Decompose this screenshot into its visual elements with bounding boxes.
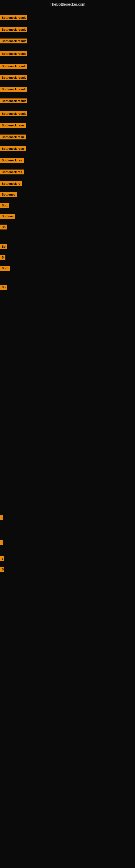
bottleneck-result-21: Bottl [0,266,10,272]
bottleneck-badge-25: e [0,556,4,561]
bottleneck-badge-17: Bottlene [0,214,15,219]
bottleneck-badge-24: | [0,540,3,545]
bottleneck-result-15: Bottlenec [0,192,17,198]
bottleneck-badge-12: Bottleneck res [0,158,24,163]
bottleneck-badge-6: Bottleneck result [0,87,27,92]
bottleneck-badge-19: Bo [0,244,7,249]
bottleneck-badge-1: Bottleneck result [0,27,27,32]
bottleneck-result-20: B [0,255,5,261]
bottleneck-badge-7: Bottleneck result [0,98,27,103]
bottleneck-result-4: Bottleneck result [0,64,27,70]
bottleneck-result-17: Bottlene [0,214,15,220]
site-title: TheBottlenecker.com [0,0,135,9]
bottleneck-badge-14: Bottleneck re [0,181,22,186]
bottleneck-result-19: Bo [0,244,7,250]
bottleneck-result-2: Bottleneck result [0,38,27,44]
bottleneck-badge-18: Bo [0,225,7,229]
bottleneck-result-23: | [0,516,3,521]
bottleneck-result-22: Bo [0,285,7,291]
bottleneck-result-1: Bottleneck result [0,27,27,33]
bottleneck-badge-21: Bottl [0,266,10,271]
bottleneck-badge-9: Bottleneck resu [0,123,26,128]
bottleneck-result-12: Bottleneck res [0,158,24,164]
bottleneck-result-24: | [0,540,3,546]
bottleneck-badge-16: Bott [0,203,9,208]
bottleneck-result-18: Bo [0,225,7,230]
bottleneck-badge-3: Bottleneck result [0,51,27,56]
bottleneck-badge-0: Bottleneck result [0,15,27,20]
bottleneck-result-26: B [0,567,4,573]
bottleneck-badge-10: Bottleneck resu [0,134,26,140]
bottleneck-badge-26: B [0,567,4,572]
bottleneck-result-13: Bottleneck res [0,169,24,176]
bottleneck-result-7: Bottleneck result [0,98,27,104]
bottleneck-badge-11: Bottleneck resu [0,146,26,151]
bottleneck-badge-5: Bottleneck result [0,75,27,80]
bottleneck-badge-8: Bottleneck result [0,111,27,116]
bottleneck-result-25: e [0,556,4,562]
bottleneck-result-6: Bottleneck result [0,87,27,93]
bottleneck-badge-15: Bottlenec [0,192,17,197]
bottleneck-badge-13: Bottleneck res [0,169,24,175]
bottleneck-result-16: Bott [0,203,9,209]
bottleneck-result-10: Bottleneck resu [0,134,26,141]
bottleneck-result-14: Bottleneck re [0,181,22,187]
bottleneck-result-5: Bottleneck result [0,75,27,81]
bottleneck-result-8: Bottleneck result [0,111,27,117]
bottleneck-result-11: Bottleneck resu [0,146,26,152]
bottleneck-badge-23: | [0,516,3,520]
bottleneck-result-9: Bottleneck resu [0,123,26,129]
bottleneck-result-0: Bottleneck result [0,15,27,21]
bottleneck-badge-22: Bo [0,285,7,290]
bottleneck-badge-4: Bottleneck result [0,64,27,69]
bottleneck-result-3: Bottleneck result [0,51,27,57]
bottleneck-badge-20: B [0,255,5,260]
bottleneck-badge-2: Bottleneck result [0,38,27,43]
